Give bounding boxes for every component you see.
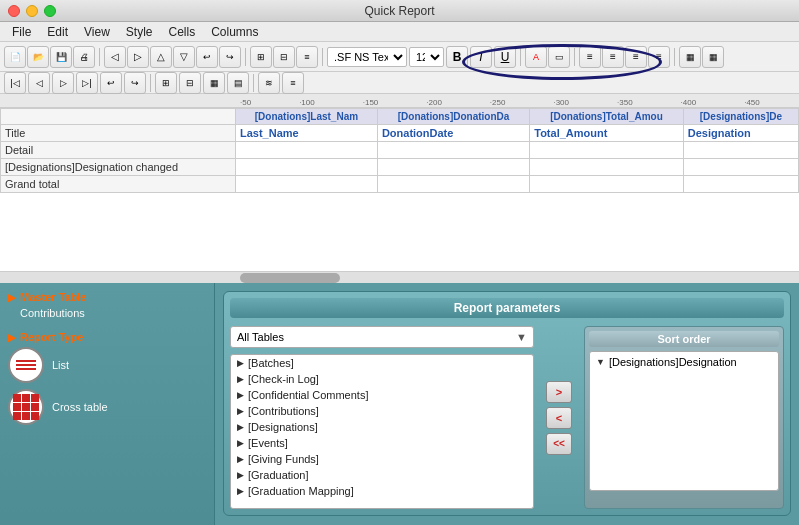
cross-table-option[interactable]: Cross table: [8, 389, 206, 425]
report-type-arrow[interactable]: ▶: [8, 332, 16, 343]
total-col0: [236, 176, 378, 193]
tb2-btn4[interactable]: ▷|: [76, 72, 98, 94]
new-button[interactable]: 📄: [4, 46, 26, 68]
down-arrow[interactable]: ▽: [173, 46, 195, 68]
field-label-6: [Giving Funds]: [248, 453, 319, 465]
format-btn2[interactable]: ▦: [702, 46, 724, 68]
transfer-all-left-button[interactable]: <<: [546, 433, 572, 455]
field-item-7[interactable]: ▶ [Graduation]: [231, 467, 533, 483]
font-selector[interactable]: .SF NS Text: [327, 47, 407, 67]
header-label-cell: [1, 109, 236, 125]
format-btn1[interactable]: ▦: [679, 46, 701, 68]
right-arrow[interactable]: ▷: [127, 46, 149, 68]
field-arrow-5: ▶: [237, 438, 244, 448]
desig-col1: [377, 159, 529, 176]
menu-view[interactable]: View: [76, 25, 118, 39]
align-justify[interactable]: ≡: [648, 46, 670, 68]
ruler-50: ·50: [240, 98, 251, 107]
desig-col2: [530, 159, 684, 176]
field-item-5[interactable]: ▶ [Events]: [231, 435, 533, 451]
menu-cells[interactable]: Cells: [161, 25, 204, 39]
menu-edit[interactable]: Edit: [39, 25, 76, 39]
field-item-6[interactable]: ▶ [Giving Funds]: [231, 451, 533, 467]
align-right[interactable]: ≡: [625, 46, 647, 68]
sort-order-container: Sort order ▼ [Designations]Designation: [584, 326, 784, 509]
tb2-btn3[interactable]: ▷: [52, 72, 74, 94]
master-table-arrow[interactable]: ▶: [8, 292, 16, 303]
tb2-btn2[interactable]: ◁: [28, 72, 50, 94]
field-item-8[interactable]: ▶ [Graduation Mapping]: [231, 483, 533, 499]
print-button[interactable]: 🖨: [73, 46, 95, 68]
align-left[interactable]: ≡: [579, 46, 601, 68]
bold-button[interactable]: B: [446, 46, 468, 68]
sort-list: ▼ [Designations]Designation: [589, 351, 779, 491]
main-content: Report parameters All Tables ▼ ▶ [Batche…: [215, 283, 799, 525]
size-selector[interactable]: 12: [409, 47, 444, 67]
ruler-150: ·150: [363, 98, 379, 107]
toolbar: 📄 📂 💾 🖨 ◁ ▷ △ ▽ ↩ ↪ ⊞ ⊟ ≡ .SF NS Text 12…: [0, 42, 799, 72]
ruler: ·50 ·100 ·150 ·200 ·250 ·300 ·350 ·400 ·…: [0, 94, 799, 108]
grid-icon: [8, 389, 44, 425]
col-header-2: [Donations]Total_Amou: [530, 109, 684, 125]
tb2-btn5[interactable]: ↩: [100, 72, 122, 94]
field-item-2[interactable]: ▶ [Confidential Comments]: [231, 387, 533, 403]
save-button[interactable]: 💾: [50, 46, 72, 68]
tb2-btn1[interactable]: |◁: [4, 72, 26, 94]
grid-cell-1: [13, 394, 21, 402]
open-button[interactable]: 📂: [27, 46, 49, 68]
field-item-3[interactable]: ▶ [Contributions]: [231, 403, 533, 419]
undo-button[interactable]: ↩: [196, 46, 218, 68]
ruler-100: ·100: [299, 98, 315, 107]
menu-file[interactable]: File: [4, 25, 39, 39]
close-button[interactable]: [8, 5, 20, 17]
fields-list[interactable]: ▶ [Batches] ▶ [Check-in Log] ▶ [Confiden…: [230, 354, 534, 509]
tb2-btn8[interactable]: ⊟: [179, 72, 201, 94]
list-line-2: [16, 364, 36, 366]
tb2-btn6[interactable]: ↪: [124, 72, 146, 94]
align-center[interactable]: ≡: [602, 46, 624, 68]
toolbar2: |◁ ◁ ▷ ▷| ↩ ↪ ⊞ ⊟ ▦ ▤ ≋ ≡: [0, 72, 799, 94]
field-label-5: [Events]: [248, 437, 288, 449]
params-left: All Tables ▼ ▶ [Batches] ▶ [Check-in Log…: [230, 326, 534, 509]
field-arrow-4: ▶: [237, 422, 244, 432]
grid-cell-3: [31, 394, 39, 402]
fill-btn[interactable]: ▭: [548, 46, 570, 68]
insert-btn1[interactable]: ⊞: [250, 46, 272, 68]
underline-button[interactable]: U: [494, 46, 516, 68]
sep5: [574, 48, 575, 66]
tb2-btn9[interactable]: ▦: [203, 72, 225, 94]
table-selector[interactable]: All Tables ▼: [230, 326, 534, 348]
menu-style[interactable]: Style: [118, 25, 161, 39]
field-item-4[interactable]: ▶ [Designations]: [231, 419, 533, 435]
transfer-right-button[interactable]: >: [546, 381, 572, 403]
tb2-btn7[interactable]: ⊞: [155, 72, 177, 94]
tb2-btn12[interactable]: ≡: [282, 72, 304, 94]
scroll-thumb[interactable]: [240, 273, 340, 283]
field-label-2: [Confidential Comments]: [248, 389, 368, 401]
sort-label-0: [Designations]Designation: [609, 356, 737, 368]
grid-icon-inner: [13, 394, 39, 420]
col-header-1: [Donations]DonationDa: [377, 109, 529, 125]
italic-button[interactable]: I: [470, 46, 492, 68]
left-arrow[interactable]: ◁: [104, 46, 126, 68]
sep4: [520, 48, 521, 66]
minimize-button[interactable]: [26, 5, 38, 17]
tb2-btn11[interactable]: ≋: [258, 72, 280, 94]
field-item-0[interactable]: ▶ [Batches]: [231, 355, 533, 371]
color-btn[interactable]: A: [525, 46, 547, 68]
h-scrollbar[interactable]: [0, 271, 799, 283]
maximize-button[interactable]: [44, 5, 56, 17]
field-item-1[interactable]: ▶ [Check-in Log]: [231, 371, 533, 387]
list-option[interactable]: List: [8, 347, 206, 383]
table-selector-arrow-icon: ▼: [516, 331, 527, 343]
up-arrow[interactable]: △: [150, 46, 172, 68]
grid-cell-8: [22, 412, 30, 420]
menu-columns[interactable]: Columns: [203, 25, 266, 39]
tb2-btn10[interactable]: ▤: [227, 72, 249, 94]
transfer-left-button[interactable]: <: [546, 407, 572, 429]
insert-btn3[interactable]: ≡: [296, 46, 318, 68]
desig-col3: [683, 159, 798, 176]
redo-button[interactable]: ↪: [219, 46, 241, 68]
row-label-0: Title: [1, 125, 236, 142]
insert-btn2[interactable]: ⊟: [273, 46, 295, 68]
